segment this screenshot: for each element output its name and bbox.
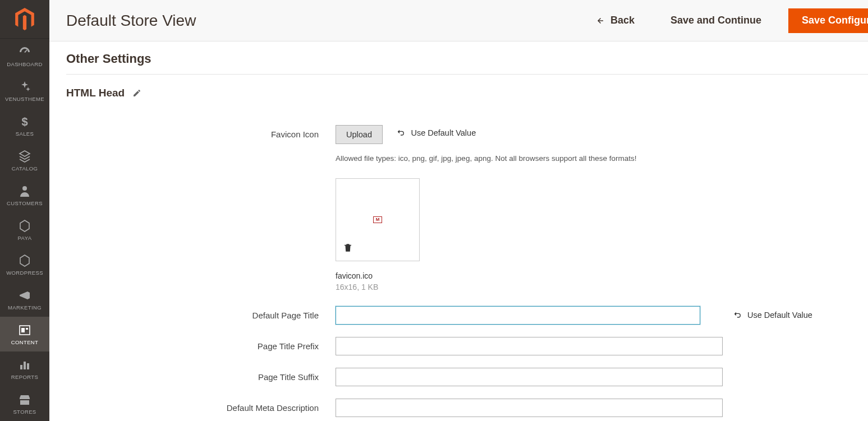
catalog-icon [18, 150, 31, 163]
favicon-preview: M [336, 178, 420, 261]
back-button[interactable]: Back [579, 15, 650, 26]
svg-text:$: $ [21, 115, 27, 128]
arrow-left-icon [595, 16, 605, 26]
person-icon [18, 184, 31, 198]
default-meta-description-label: Default Meta Description [66, 399, 336, 413]
hexagon-icon [18, 254, 31, 267]
sparkle-icon [18, 80, 31, 94]
content-icon [18, 323, 31, 337]
sidebar-item-catalog[interactable]: CATALOG [0, 143, 49, 178]
sidebar-item-customers[interactable]: CUSTOMERS [0, 178, 49, 212]
sidebar-item-stores[interactable]: STORES [0, 386, 49, 421]
favicon-label: Favicon Icon [66, 125, 336, 139]
save-configuration-button[interactable]: Save Configuration [788, 8, 868, 33]
sidebar-item-label: MARKETING [8, 304, 42, 311]
use-default-favicon[interactable]: Use Default Value [396, 128, 476, 137]
sidebar-item-label: REPORTS [11, 374, 38, 380]
sidebar-item-label: CUSTOMERS [7, 200, 43, 206]
page-title-prefix-label: Page Title Prefix [66, 337, 336, 351]
default-page-title-label: Default Page Title [66, 306, 336, 320]
sidebar-item-venustheme[interactable]: VENUSTHEME [0, 73, 49, 108]
fieldset-title: HTML Head [66, 87, 125, 99]
divider [66, 74, 868, 75]
page-toolbar: Default Store View Back Save and Continu… [49, 0, 868, 41]
undo-icon [733, 311, 742, 320]
back-label: Back [610, 15, 635, 26]
sidebar-item-marketing[interactable]: MARKETING [0, 282, 49, 317]
sidebar-item-label: PAYA [18, 235, 32, 241]
save-continue-button[interactable]: Save and Continue [655, 15, 777, 26]
sidebar-item-label: CONTENT [11, 339, 39, 345]
svg-rect-6 [24, 362, 26, 369]
undo-icon [396, 128, 405, 137]
upload-button[interactable]: Upload [336, 125, 383, 144]
page-title: Default Store View [66, 12, 579, 30]
pencil-icon[interactable] [132, 89, 141, 98]
sidebar-item-dashboard[interactable]: DASHBOARD [0, 39, 49, 73]
sidebar-item-sales[interactable]: $ SALES [0, 108, 49, 143]
page-title-suffix-input[interactable] [336, 368, 723, 386]
favicon-filename: favicon.ico [336, 271, 723, 280]
svg-rect-5 [20, 365, 22, 369]
sidebar-item-reports[interactable]: REPORTS [0, 351, 49, 386]
use-default-label: Use Default Value [411, 128, 476, 137]
store-icon [18, 393, 31, 406]
use-default-label: Use Default Value [747, 311, 812, 320]
svg-rect-3 [21, 328, 25, 332]
sidebar-item-label: VENUSTHEME [5, 96, 44, 102]
svg-rect-4 [26, 328, 28, 330]
favicon-image: M [373, 216, 382, 223]
admin-sidebar: DASHBOARD VENUSTHEME $ SALES CATALOG CUS… [0, 0, 49, 421]
megaphone-icon [18, 289, 31, 302]
hexagon-icon [18, 219, 31, 233]
favicon-filemeta: 16x16, 1 KB [336, 283, 723, 292]
section-title: Other Settings [66, 52, 868, 66]
sidebar-item-paya[interactable]: PAYA [0, 212, 49, 247]
trash-icon [343, 243, 353, 253]
page-title-suffix-label: Page Title Suffix [66, 368, 336, 382]
dollar-icon: $ [18, 115, 31, 128]
sidebar-item-label: SALES [16, 131, 34, 137]
svg-rect-7 [27, 363, 29, 369]
sidebar-item-label: WORDPRESS [6, 270, 43, 276]
sidebar-item-content[interactable]: CONTENT [0, 317, 49, 351]
default-meta-description-input[interactable] [336, 399, 723, 417]
sidebar-item-label: STORES [13, 409, 36, 415]
sidebar-item-wordpress[interactable]: WORDPRESS [0, 247, 49, 282]
dashboard-icon [18, 45, 31, 59]
default-page-title-input[interactable] [336, 306, 700, 325]
use-default-page-title[interactable]: Use Default Value [733, 311, 812, 320]
sidebar-item-label: DASHBOARD [7, 61, 43, 67]
page-title-prefix-input[interactable] [336, 337, 723, 355]
bars-icon [18, 358, 31, 372]
sidebar-item-label: CATALOG [12, 165, 38, 172]
delete-favicon-button[interactable] [343, 243, 353, 255]
svg-point-1 [22, 186, 27, 191]
magento-logo[interactable] [0, 0, 49, 39]
favicon-hint: Allowed file types: ico, png, gif, jpg, … [336, 154, 723, 163]
